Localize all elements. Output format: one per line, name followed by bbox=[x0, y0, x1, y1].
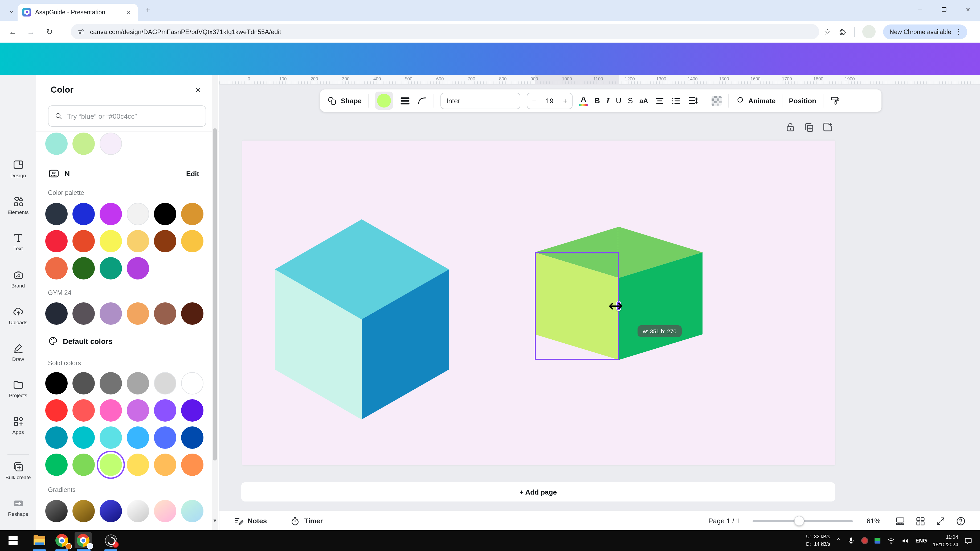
microphone-icon[interactable] bbox=[847, 536, 855, 545]
site-settings-icon[interactable] bbox=[77, 28, 85, 36]
tab-search-chevron-icon[interactable]: ⌄ bbox=[5, 4, 18, 17]
file-explorer-button[interactable] bbox=[31, 532, 48, 548]
text-case-button[interactable]: aA bbox=[640, 97, 648, 105]
color-swatch[interactable] bbox=[127, 454, 149, 476]
color-swatch[interactable] bbox=[45, 257, 68, 279]
position-button[interactable]: Position bbox=[789, 97, 816, 105]
sidebar-item-draw[interactable]: Draw bbox=[0, 342, 36, 369]
color-swatch[interactable] bbox=[154, 302, 176, 325]
color-swatch[interactable] bbox=[127, 426, 149, 449]
font-size-increase[interactable]: + bbox=[563, 97, 567, 105]
color-swatch[interactable] bbox=[72, 426, 95, 449]
scroll-down-icon[interactable]: ▼ bbox=[213, 518, 217, 523]
color-swatch[interactable] bbox=[100, 230, 122, 252]
bookmark-star-icon[interactable]: ☆ bbox=[824, 27, 831, 37]
panel-close-icon[interactable]: ✕ bbox=[191, 84, 205, 97]
color-swatch[interactable] bbox=[72, 372, 95, 394]
back-icon[interactable]: ← bbox=[6, 25, 19, 38]
language-indicator[interactable]: ENG bbox=[916, 538, 927, 543]
font-family-select[interactable]: Inter bbox=[441, 92, 520, 109]
color-swatch[interactable] bbox=[72, 133, 95, 155]
italic-button[interactable]: I bbox=[606, 96, 609, 105]
color-swatch[interactable] bbox=[127, 203, 149, 225]
color-swatch[interactable] bbox=[127, 302, 149, 325]
underline-button[interactable]: U bbox=[616, 96, 621, 105]
browser-profile-avatar[interactable] bbox=[862, 25, 876, 38]
edit-palette-button[interactable]: Edit bbox=[186, 170, 199, 178]
shape-button[interactable]: Shape bbox=[327, 95, 362, 106]
color-swatch[interactable] bbox=[45, 203, 68, 225]
gradient-swatch[interactable] bbox=[127, 500, 149, 522]
color-swatch[interactable] bbox=[154, 454, 176, 476]
alignment-button[interactable] bbox=[655, 95, 665, 106]
font-size-value[interactable]: 19 bbox=[546, 97, 554, 105]
color-swatch[interactable] bbox=[45, 399, 68, 422]
speaker-icon[interactable] bbox=[901, 536, 910, 545]
color-swatch[interactable] bbox=[72, 257, 95, 279]
app-tray-icon[interactable] bbox=[874, 537, 881, 544]
color-swatch[interactable] bbox=[127, 230, 149, 252]
color-search-input[interactable] bbox=[67, 112, 200, 120]
notification-icon[interactable] bbox=[964, 536, 972, 545]
cube-element-blue[interactable] bbox=[275, 219, 449, 419]
chrome-profile1-button[interactable] bbox=[53, 532, 70, 548]
sidebar-item-design[interactable]: Design bbox=[0, 159, 36, 185]
gradient-swatch[interactable] bbox=[181, 500, 204, 522]
sidebar-item-projects[interactable]: Projects bbox=[0, 378, 36, 405]
clock[interactable]: 11:04 15/10/2024 bbox=[933, 534, 958, 548]
wifi-icon[interactable] bbox=[887, 536, 895, 545]
color-swatch[interactable] bbox=[72, 203, 95, 225]
sidebar-item-reshape[interactable]: Reshape bbox=[0, 497, 36, 524]
timer-button[interactable]: Timer bbox=[290, 511, 323, 530]
color-swatch[interactable] bbox=[100, 372, 122, 394]
gradient-swatch[interactable] bbox=[100, 500, 122, 522]
color-swatch[interactable] bbox=[100, 426, 122, 449]
list-button[interactable] bbox=[671, 95, 681, 106]
border-style-icon[interactable] bbox=[399, 95, 410, 106]
color-swatch[interactable] bbox=[100, 399, 122, 422]
zoom-slider-thumb[interactable] bbox=[794, 516, 804, 526]
help-icon[interactable] bbox=[956, 516, 966, 526]
color-swatch[interactable] bbox=[100, 203, 122, 225]
selection-box[interactable] bbox=[535, 252, 619, 360]
fullscreen-icon[interactable] bbox=[935, 516, 946, 526]
fill-color-button[interactable] bbox=[375, 92, 393, 110]
color-swatch[interactable] bbox=[100, 133, 122, 155]
panel-scrollbar[interactable]: ▼ bbox=[212, 75, 218, 530]
color-swatch[interactable] bbox=[181, 203, 204, 225]
color-swatch[interactable] bbox=[72, 302, 95, 325]
sidebar-item-elements[interactable]: Elements bbox=[0, 195, 36, 222]
gradient-swatch[interactable] bbox=[154, 500, 176, 522]
browser-menu-icon[interactable]: ⋮ bbox=[955, 28, 962, 36]
window-maximize-button[interactable]: ❐ bbox=[932, 0, 956, 21]
color-swatch[interactable] bbox=[45, 133, 68, 155]
color-swatch[interactable] bbox=[45, 426, 68, 449]
new-tab-button[interactable]: ＋ bbox=[144, 5, 152, 15]
font-size-decrease[interactable]: − bbox=[532, 97, 536, 105]
tab-close-icon[interactable]: ✕ bbox=[124, 8, 133, 17]
color-swatch[interactable] bbox=[72, 399, 95, 422]
sidebar-item-uploads[interactable]: Uploads bbox=[0, 306, 36, 332]
extensions-puzzle-icon[interactable] bbox=[838, 27, 847, 36]
color-swatch[interactable] bbox=[181, 302, 204, 325]
copy-style-roller-icon[interactable] bbox=[829, 95, 840, 106]
strikethrough-button[interactable]: S bbox=[628, 96, 633, 105]
window-minimize-button[interactable]: ─ bbox=[908, 0, 932, 21]
color-swatch[interactable] bbox=[154, 203, 176, 225]
forward-icon[interactable]: → bbox=[24, 25, 37, 38]
color-swatch[interactable] bbox=[127, 257, 149, 279]
color-swatch[interactable] bbox=[45, 302, 68, 325]
grid-view-icon[interactable] bbox=[915, 516, 926, 526]
color-swatch[interactable] bbox=[127, 399, 149, 422]
record-tray-icon[interactable] bbox=[861, 537, 868, 544]
add-page-icon[interactable] bbox=[822, 121, 834, 133]
obs-button[interactable] bbox=[102, 532, 119, 548]
animate-button[interactable]: Animate bbox=[735, 96, 776, 105]
tray-expand-icon[interactable]: ⌃ bbox=[836, 537, 841, 544]
zoom-level[interactable]: 61% bbox=[867, 511, 880, 530]
color-swatch[interactable] bbox=[72, 454, 95, 476]
sidebar-item-bulk-create[interactable]: Bulk create bbox=[0, 460, 36, 487]
line-curve-icon[interactable] bbox=[417, 95, 427, 106]
window-close-button[interactable]: ✕ bbox=[956, 0, 980, 21]
color-swatch[interactable] bbox=[72, 230, 95, 252]
